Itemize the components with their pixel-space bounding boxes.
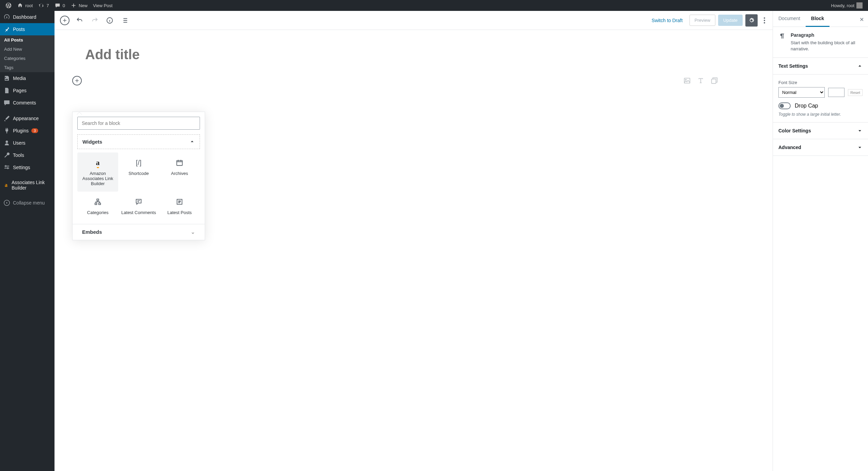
panel-color-settings[interactable]: Color Settings (773, 123, 868, 139)
svg-point-6 (685, 79, 686, 80)
font-size-reset[interactable]: Reset (848, 89, 863, 96)
editor-area: Switch to Draft Preview Update (55, 11, 868, 471)
plus-icon (71, 2, 77, 9)
inserter-panel-widgets[interactable]: Widgets (78, 135, 200, 149)
gallery-icon (711, 77, 718, 84)
site-name-link[interactable]: root (14, 0, 35, 11)
sidebar-label: Dashboard (13, 14, 36, 20)
sidebar-label: Comments (13, 100, 36, 105)
sidebar-item-dashboard[interactable]: Dashboard (0, 11, 55, 23)
tab-document[interactable]: Document (773, 11, 806, 27)
heading-block-shortcut[interactable] (697, 77, 704, 84)
block-latest-posts[interactable]: Latest Posts (159, 192, 200, 221)
sidebar-label: Associates Link Builder (12, 180, 51, 191)
block-label: Amazon Associates Link Builder (79, 171, 116, 186)
chevron-up-icon (857, 63, 863, 69)
panel-text-settings[interactable]: Text Settings (773, 58, 868, 75)
comments-icon (3, 99, 10, 106)
howdy-link[interactable]: Howdy, root (828, 0, 865, 11)
gear-icon (748, 17, 755, 24)
redo-button[interactable] (89, 14, 101, 27)
block-archives[interactable]: Archives (159, 152, 200, 192)
calendar-icon (176, 159, 183, 166)
sidebar-sub-tags[interactable]: Tags (0, 63, 55, 72)
dashboard-icon (3, 14, 10, 20)
wp-logo[interactable] (3, 0, 14, 11)
tree-icon (94, 198, 102, 206)
panel-label: Embeds (82, 229, 102, 235)
block-inserter: Widgets aAmazon Associates Link Builder … (72, 112, 205, 240)
more-vertical-icon (764, 17, 765, 23)
sidebar-item-associates-link-builder[interactable]: aAssociates Link Builder (0, 177, 55, 193)
plugins-count-badge: 3 (31, 128, 38, 133)
svg-rect-8 (177, 161, 183, 166)
posts-submenu: All Posts Add New Categories Tags (0, 35, 55, 72)
tab-block[interactable]: Block (806, 11, 830, 27)
font-size-select[interactable]: Normal (778, 87, 825, 98)
shortcode-icon: [/] (120, 158, 157, 167)
inserter-panel-embeds[interactable]: Embeds⌄ (73, 224, 205, 240)
preview-button[interactable]: Preview (689, 15, 715, 26)
undo-button[interactable] (74, 14, 86, 27)
sidebar-item-plugins[interactable]: Plugins3 (0, 125, 55, 137)
wrench-icon (3, 152, 10, 159)
sidebar-item-tools[interactable]: Tools (0, 149, 55, 161)
chevron-down-icon: ⌄ (191, 229, 195, 235)
sidebar-sub-all-posts[interactable]: All Posts (0, 35, 55, 45)
block-label: Categories (79, 210, 116, 215)
sidebar-label: Settings (13, 165, 30, 170)
comments-link[interactable]: 0 (52, 0, 68, 11)
pages-icon (3, 87, 10, 94)
outline-button[interactable] (119, 14, 131, 27)
switch-to-draft-link[interactable]: Switch to Draft (648, 15, 687, 26)
inline-add-block-button[interactable] (72, 76, 82, 85)
font-size-input[interactable] (828, 88, 844, 97)
editor-canvas[interactable]: Widgets aAmazon Associates Link Builder … (55, 30, 773, 471)
sidebar-label: Media (13, 76, 26, 81)
drop-cap-toggle[interactable] (778, 102, 791, 109)
block-shortcode[interactable]: [/]Shortcode (118, 152, 159, 192)
image-block-shortcut[interactable] (683, 77, 691, 84)
sidebar-item-appearance[interactable]: Appearance (0, 112, 55, 125)
new-content-link[interactable]: New (68, 0, 90, 11)
block-search-input[interactable] (77, 117, 200, 130)
block-latest-comments[interactable]: Latest Comments (118, 192, 159, 221)
updates-count: 7 (46, 3, 49, 8)
updates-link[interactable]: 7 (35, 0, 51, 11)
collapse-menu[interactable]: Collapse menu (0, 197, 55, 209)
close-icon: ✕ (859, 17, 864, 22)
sidebar-item-settings[interactable]: Settings (0, 161, 55, 174)
block-amazon-associates[interactable]: aAmazon Associates Link Builder (77, 152, 118, 192)
settings-toggle-button[interactable] (745, 14, 758, 27)
sidebar-item-users[interactable]: Users (0, 137, 55, 149)
sidebar-sub-add-new[interactable]: Add New (0, 45, 55, 54)
view-post-link[interactable]: View Post (90, 0, 115, 11)
info-button[interactable] (104, 14, 116, 27)
gallery-block-shortcut[interactable] (711, 77, 718, 84)
chevron-up-icon (189, 139, 195, 145)
undo-icon (76, 17, 83, 24)
update-icon (38, 2, 44, 9)
panel-advanced[interactable]: Advanced (773, 139, 868, 156)
block-categories[interactable]: Categories (77, 192, 118, 221)
chevron-down-icon (857, 145, 863, 150)
editor-toolbar: Switch to Draft Preview Update (55, 11, 773, 30)
sidebar-item-comments[interactable]: Comments (0, 97, 55, 109)
panel-label: Color Settings (778, 128, 811, 133)
block-settings-panel: Document Block ✕ Paragraph Start with th… (773, 11, 868, 471)
image-icon (683, 77, 691, 84)
sidebar-sub-categories[interactable]: Categories (0, 54, 55, 63)
update-button[interactable]: Update (718, 15, 743, 26)
close-settings-button[interactable]: ✕ (858, 15, 865, 24)
add-block-toolbar-button[interactable] (59, 14, 71, 27)
view-post-label: View Post (93, 3, 113, 8)
sidebar-item-media[interactable]: Media (0, 72, 55, 84)
sidebar-item-posts[interactable]: Posts (0, 23, 55, 35)
more-menu-button[interactable] (760, 14, 769, 27)
sidebar-item-pages[interactable]: Pages (0, 84, 55, 97)
svg-rect-10 (95, 203, 97, 205)
admin-sidebar: Dashboard Posts All Posts Add New Catego… (0, 11, 55, 471)
post-title-input[interactable] (85, 44, 762, 66)
drop-cap-help: Toggle to show a large initial letter. (778, 112, 863, 117)
brush-icon (3, 115, 10, 122)
